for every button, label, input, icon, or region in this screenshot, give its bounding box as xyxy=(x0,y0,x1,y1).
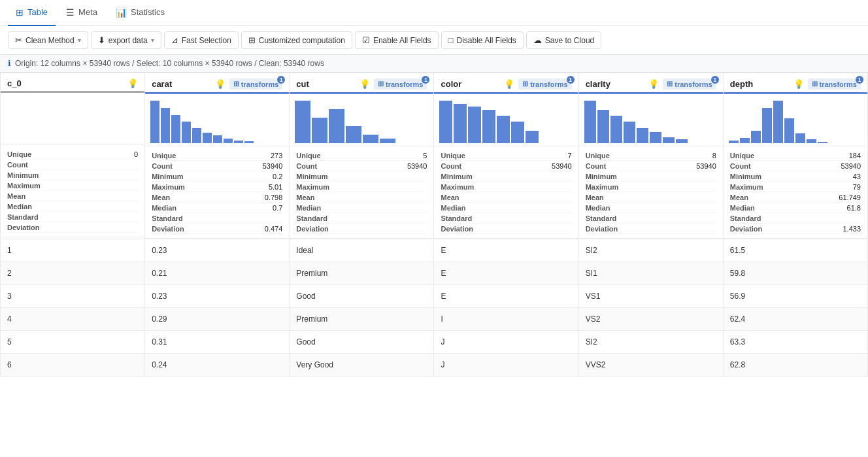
col-name-carat: carat xyxy=(152,79,172,89)
stat-min-clarity: Minimum xyxy=(586,171,716,182)
transforms-badge-color[interactable]: ⊞ transforms 1 xyxy=(518,78,571,90)
cell-cut-4: Premium xyxy=(290,308,434,331)
save-to-cloud-button[interactable]: ☁ Save to Cloud xyxy=(526,31,601,49)
col-name-color: color xyxy=(441,79,461,89)
cell-c0-6: 6 xyxy=(1,354,145,377)
stat-mean-carat: Mean 0.798 xyxy=(152,192,282,203)
col-icons-c0: 💡 xyxy=(127,78,138,88)
tab-meta[interactable]: ☰ Meta xyxy=(58,0,105,26)
stat-median-c0: Median xyxy=(7,201,138,212)
customized-computation-label: Customized computation xyxy=(259,36,345,45)
col-icons-cut: 💡 ⊞ transforms 1 xyxy=(359,78,427,90)
cell-depth-6: 62.8 xyxy=(723,354,867,377)
clean-method-label: Clean Method xyxy=(25,36,75,45)
stats-area-color: Unique 7 Count 53940 Minimum Maximum xyxy=(434,146,578,239)
export-data-label: export data xyxy=(108,36,148,45)
col-name-c0: c_0 xyxy=(7,78,22,88)
stat-dev-carat: Deviation 0.474 xyxy=(152,224,282,234)
stat-max-c0: Maximum xyxy=(7,180,138,191)
chart-area-carat xyxy=(145,94,289,146)
tab-table-label: Table xyxy=(27,7,48,17)
export-caret-icon: ▾ xyxy=(151,37,154,44)
cell-depth-5: 63.3 xyxy=(723,331,867,354)
cell-carat-5: 0.31 xyxy=(145,331,290,354)
col-header-carat: carat 💡 ⊞ transforms 1 xyxy=(145,73,290,239)
stat-dev-clarity: Deviation xyxy=(586,224,716,234)
chart-area-cut xyxy=(290,94,433,146)
table-icon: ⊞ xyxy=(16,7,24,18)
cell-carat-2: 0.21 xyxy=(145,262,290,285)
bulb-icon-clarity[interactable]: 💡 xyxy=(648,79,659,89)
stats-area-depth: Unique 184 Count 53940 Minimum 43 Maxi xyxy=(724,146,867,239)
stat-median-color: Median xyxy=(441,203,571,213)
stat-mean-cut: Mean xyxy=(296,192,427,203)
transforms-badge-carat[interactable]: ⊞ transforms 1 xyxy=(229,78,282,90)
stat-min-color: Minimum xyxy=(441,171,571,182)
col-name-clarity: clarity xyxy=(586,79,610,89)
cell-color-4: I xyxy=(434,308,578,331)
col-header-c0: c_0 💡 Unique 0 Count xyxy=(1,73,145,239)
stats-area-clarity: Unique 8 Count 53940 Minimum Maximum xyxy=(579,146,723,239)
col-header-clarity: clarity 💡 ⊞ transforms 1 xyxy=(578,73,723,239)
grid-icon: ⊞ xyxy=(248,35,256,45)
customized-computation-button[interactable]: ⊞ Customized computation xyxy=(241,31,352,49)
clean-method-button[interactable]: ✂ Clean Method ▾ xyxy=(8,31,88,49)
transforms-badge-cut[interactable]: ⊞ transforms 1 xyxy=(374,78,427,90)
bulb-icon-carat[interactable]: 💡 xyxy=(215,79,225,89)
cell-color-2: E xyxy=(434,262,578,285)
enable-all-fields-button[interactable]: ☑ Enable All Fields xyxy=(355,31,439,49)
cell-cut-3: Good xyxy=(290,285,434,308)
stat-std-c0: Standard xyxy=(7,212,138,222)
clean-caret-icon: ▾ xyxy=(78,37,81,44)
col-icons-depth: 💡 ⊞ transforms 1 xyxy=(793,78,861,90)
bulb-icon-cut[interactable]: 💡 xyxy=(359,79,370,89)
cell-cut-5: Good xyxy=(290,331,434,354)
stat-dev-c0: Deviation xyxy=(7,222,138,233)
stat-median-depth: Median 61.8 xyxy=(730,203,861,213)
fast-selection-button[interactable]: ⊿ Fast Selection xyxy=(164,31,239,49)
meta-icon: ☰ xyxy=(66,7,75,18)
info-bar: ℹ Origin: 12 columns × 53940 rows / Sele… xyxy=(0,55,868,73)
cell-clarity-1: SI2 xyxy=(578,239,723,262)
enable-all-fields-label: Enable All Fields xyxy=(373,36,431,45)
cell-cut-1: Ideal xyxy=(290,239,434,262)
transforms-badge-clarity[interactable]: ⊞ transforms 1 xyxy=(663,78,716,90)
filter-icon: ⊿ xyxy=(171,35,178,45)
col-name-depth: depth xyxy=(730,79,753,89)
disable-all-fields-button[interactable]: □ Disable All Fields xyxy=(441,31,524,49)
export-data-button[interactable]: ⬇ export data ▾ xyxy=(91,31,161,49)
stat-unique-depth: Unique 184 xyxy=(730,150,861,161)
cell-carat-4: 0.29 xyxy=(145,308,290,331)
stat-unique-clarity: Unique 8 xyxy=(586,150,716,161)
bulb-icon-c0[interactable]: 💡 xyxy=(127,78,138,88)
tab-statistics-label: Statistics xyxy=(131,7,165,17)
stat-min-c0: Minimum xyxy=(7,170,138,180)
bulb-icon-color[interactable]: 💡 xyxy=(504,79,514,89)
tab-statistics[interactable]: 📊 Statistics xyxy=(108,0,173,26)
col-header-cut: cut 💡 ⊞ transforms 1 xyxy=(290,73,434,239)
table-row: 5 0.31 Good J SI2 63.3 xyxy=(1,331,868,354)
transforms-badge-depth[interactable]: ⊞ transforms 1 xyxy=(808,78,861,90)
stat-count-c0: Count xyxy=(7,160,138,170)
stat-max-cut: Maximum xyxy=(296,182,427,192)
cell-cut-6: Very Good xyxy=(290,354,434,377)
bulb-icon-depth[interactable]: 💡 xyxy=(793,79,804,89)
cell-color-5: J xyxy=(434,331,578,354)
table-container[interactable]: c_0 💡 Unique 0 Count xyxy=(0,73,868,447)
chart-area-clarity xyxy=(579,94,723,146)
cell-carat-3: 0.23 xyxy=(145,285,290,308)
stat-median-clarity: Median xyxy=(586,203,716,213)
stat-min-cut: Minimum xyxy=(296,171,427,182)
stat-median-carat: Median 0.7 xyxy=(152,203,282,213)
cell-color-1: E xyxy=(434,239,578,262)
stat-std-color: Standard xyxy=(441,213,571,224)
table-row: 1 0.23 Ideal E SI2 61.5 xyxy=(1,239,868,262)
stat-count-color: Count 53940 xyxy=(441,161,571,171)
info-text: Origin: 12 columns × 53940 rows / Select… xyxy=(15,59,324,68)
cell-clarity-3: VS1 xyxy=(578,285,723,308)
stat-mean-c0: Mean xyxy=(7,191,138,201)
stat-min-depth: Minimum 43 xyxy=(730,171,861,182)
tab-table[interactable]: ⊞ Table xyxy=(8,0,56,26)
toolbar: ✂ Clean Method ▾ ⬇ export data ▾ ⊿ Fast … xyxy=(0,26,868,55)
stat-mean-color: Mean xyxy=(441,192,571,203)
